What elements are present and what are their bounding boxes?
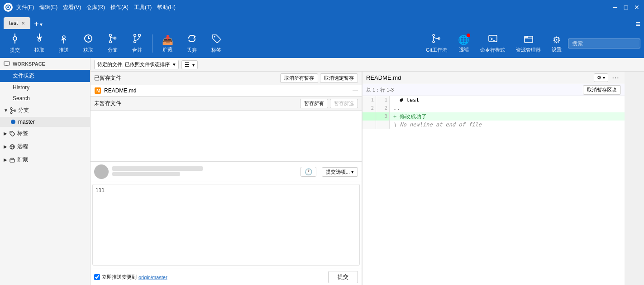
commit-message-input[interactable]: 111: [92, 184, 360, 266]
menu-help[interactable]: 帮助(H): [157, 4, 176, 11]
terminal-label: 命令行模式: [480, 47, 505, 53]
tab-test[interactable]: test ✕: [4, 17, 30, 29]
stash-selected-button[interactable]: 暂存所选: [330, 99, 358, 108]
svg-point-31: [10, 111, 12, 113]
filter-list-icon-btn[interactable]: ☰ ▾: [181, 60, 197, 69]
pull-button[interactable]: 拉取: [28, 32, 51, 55]
workspace-header: WORKSPACE: [0, 58, 90, 70]
sidebar-section-branch[interactable]: ▼ 分支: [0, 104, 90, 117]
staging-diff-layout: 已暂存文件 取消所有暂存 取消选定暂存 M README.md —: [91, 72, 644, 285]
filter-bar: 待定的文件, 已依照文件状态排序 ▾ ☰ ▾: [91, 58, 644, 72]
git-flow-icon: [431, 34, 441, 46]
fetch-label: 获取: [83, 47, 93, 53]
sidebar-section-tag[interactable]: ▶ 标签: [0, 127, 90, 140]
unstage-file-icon[interactable]: —: [353, 87, 358, 94]
branch-button[interactable]: 分支: [101, 32, 124, 55]
menu-view[interactable]: 查看(V): [63, 4, 81, 11]
unstaged-header: 未暂存文件 暂存所有 暂存所选: [91, 97, 362, 111]
stash-all-button[interactable]: 暂存所有: [300, 99, 328, 108]
filter-select[interactable]: 待定的文件, 已依照文件状态排序 ▾: [94, 60, 179, 69]
sidebar-item-file-status[interactable]: 文件状态: [0, 70, 90, 82]
menu-file[interactable]: 文件(F): [16, 4, 34, 11]
merge-icon: [132, 34, 142, 46]
fetch-button[interactable]: 获取: [77, 32, 100, 55]
commit-author-bar: 🕐 提交选项... ▾: [91, 162, 362, 182]
tag-button[interactable]: 标签: [205, 32, 228, 55]
settings-button[interactable]: ⚙ 设置: [547, 33, 566, 55]
menu-repo[interactable]: 仓库(R): [86, 4, 105, 11]
app-logo: [4, 3, 13, 12]
branch-master-item[interactable]: master: [0, 117, 90, 127]
remote-button[interactable]: 🌐 远端: [453, 33, 474, 55]
terminal-button[interactable]: 命令行模式: [476, 32, 510, 55]
push-target-link[interactable]: origin/master: [138, 275, 167, 280]
search-input[interactable]: [568, 39, 640, 48]
staged-file-item[interactable]: M README.md —: [91, 85, 362, 97]
menu-tools[interactable]: 工具(T): [134, 4, 152, 11]
commit-options-button[interactable]: 提交选项... ▾: [322, 167, 358, 177]
app-container: 文件(F) 编辑(E) 查看(V) 仓库(R) 操作(A) 工具(T) 帮助(H…: [0, 0, 644, 285]
minimize-button[interactable]: ─: [611, 4, 619, 11]
stash-button[interactable]: 📥 贮藏: [156, 33, 179, 55]
settings-icon: ⚙: [553, 34, 561, 45]
submit-commit-button[interactable]: 提交: [328, 271, 358, 283]
discard-hunk-button[interactable]: 取消暂存区块: [583, 85, 621, 95]
titlebar-left: 文件(F) 编辑(E) 查看(V) 仓库(R) 操作(A) 工具(T) 帮助(H…: [4, 3, 176, 12]
explorer-icon: [524, 34, 534, 46]
close-button[interactable]: ✕: [633, 4, 640, 11]
cancel-all-staged-button[interactable]: 取消所有暂存: [280, 73, 318, 83]
svg-point-30: [10, 107, 12, 109]
sidebar: WORKSPACE 文件状态 History Search ▼ 分支 maste…: [0, 58, 91, 285]
svg-rect-24: [489, 35, 497, 42]
commit-message-area: 111: [91, 182, 362, 269]
diff-line: 2 2 ..: [363, 104, 625, 112]
diff-old-num: [363, 121, 376, 129]
commit-button[interactable]: 提交: [4, 32, 26, 55]
svg-rect-26: [525, 36, 533, 43]
branch-icon: [108, 34, 118, 46]
unstaged-files-area: [91, 111, 362, 161]
commit-clock-button[interactable]: 🕐: [301, 167, 316, 177]
tab-close-icon[interactable]: ✕: [21, 21, 25, 26]
explorer-button[interactable]: 资源管理器: [511, 32, 545, 55]
new-tab-button[interactable]: + ▾: [34, 19, 43, 29]
diff-new-num: 1: [376, 96, 390, 104]
chevron-down-icon: ▼: [4, 108, 8, 113]
push-immediately-checkbox[interactable]: 立即推送变更到 origin/master: [94, 274, 167, 280]
maximize-button[interactable]: □: [622, 4, 630, 11]
menu-edit[interactable]: 编辑(E): [39, 4, 57, 11]
git-flow-label: Git工作流: [426, 47, 447, 53]
discard-button[interactable]: 丢弃: [181, 32, 203, 55]
tabbar-right: ≡: [635, 19, 640, 29]
merge-button[interactable]: 合并: [126, 32, 148, 55]
chevron-right-icon3: ▶: [4, 157, 7, 162]
commit-icon: [10, 34, 20, 46]
diff-settings-button[interactable]: ⚙ ▾: [594, 73, 608, 82]
chevron-right-icon2: ▶: [4, 144, 7, 149]
explorer-label: 资源管理器: [516, 47, 541, 53]
diff-old-num: 1: [363, 96, 376, 104]
diff-new-num: [376, 121, 390, 129]
svg-point-12: [110, 41, 112, 43]
hunk-label: 块 1：行 1-3: [366, 87, 394, 93]
hamburger-icon[interactable]: ≡: [635, 19, 640, 29]
branch-section-label: 分支: [18, 106, 29, 114]
diff-more-button[interactable]: ⋯: [610, 73, 621, 82]
svg-point-19: [214, 36, 215, 38]
cancel-selected-staged-button[interactable]: 取消选定暂存: [320, 73, 358, 83]
sidebar-item-search[interactable]: Search: [0, 93, 90, 104]
discard-icon: [187, 34, 197, 46]
toolbar: 提交 拉取 推送: [0, 29, 644, 58]
sidebar-section-stash[interactable]: ▶ 贮藏: [0, 153, 90, 166]
sidebar-section-remote[interactable]: ▶ 远程: [0, 140, 90, 153]
git-flow-button[interactable]: Git工作流: [421, 32, 452, 55]
staging-panel: 已暂存文件 取消所有暂存 取消选定暂存 M README.md —: [91, 72, 362, 285]
list-dropdown-icon: ▾: [192, 63, 195, 68]
menu-action[interactable]: 操作(A): [110, 4, 129, 11]
push-button[interactable]: 推送: [52, 32, 75, 55]
push-checkbox[interactable]: [94, 274, 100, 280]
tag-section-label: 标签: [17, 130, 28, 137]
svg-point-3: [13, 37, 17, 40]
sidebar-item-history[interactable]: History: [0, 82, 90, 93]
diff-hunk-header: 块 1：行 1-3 取消暂存区块: [363, 84, 625, 96]
